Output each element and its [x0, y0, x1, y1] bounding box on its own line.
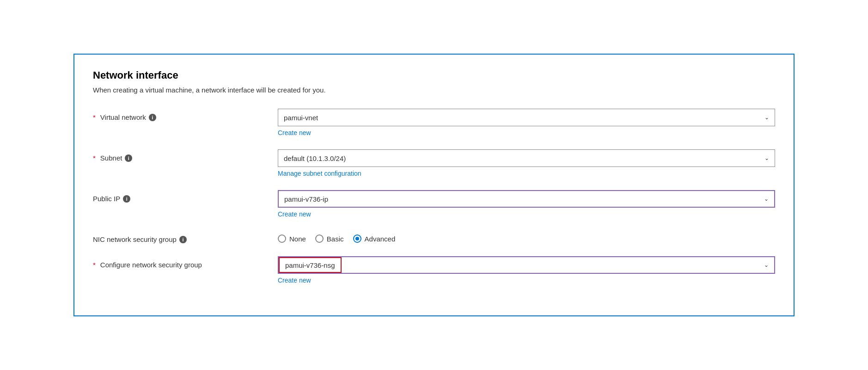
public-ip-label: Public IP i: [93, 190, 269, 203]
radio-advanced-circle: [353, 234, 361, 243]
radio-basic-circle: [315, 234, 324, 243]
radio-none-label: None: [289, 235, 306, 243]
subnet-chevron-icon: ⌄: [764, 155, 769, 161]
configure-nsg-chevron-icon: ⌄: [764, 262, 769, 268]
radio-none-circle: [278, 234, 286, 243]
subnet-label: * Subnet i: [93, 149, 269, 162]
nic-nsg-info-icon[interactable]: i: [179, 236, 187, 243]
radio-advanced[interactable]: Advanced: [353, 234, 396, 243]
subnet-label-text: Subnet: [100, 154, 122, 162]
configure-nsg-label: * Configure network security group: [93, 256, 269, 269]
subnet-manage-link[interactable]: Manage subnet configuration: [278, 170, 775, 177]
virtual-network-control: pamui-vnet ⌄ Create new: [278, 109, 775, 136]
public-ip-value: pamui-v736-ip: [284, 195, 760, 203]
required-star-vnet: *: [93, 113, 96, 121]
subnet-dropdown[interactable]: default (10.1.3.0/24) ⌄: [278, 149, 775, 167]
nic-nsg-label-text: NIC network security group: [93, 235, 177, 243]
radio-none[interactable]: None: [278, 234, 306, 243]
nic-nsg-label: NIC network security group i: [93, 231, 269, 243]
panel-title: Network interface: [93, 69, 775, 81]
virtual-network-dropdown[interactable]: pamui-vnet ⌄: [278, 109, 775, 126]
public-ip-chevron-icon: ⌄: [764, 196, 769, 202]
configure-nsg-control: pamui-v736-nsg ⌄ Create new: [278, 256, 775, 284]
virtual-network-chevron-icon: ⌄: [764, 114, 769, 121]
virtual-network-label-text: Virtual network: [100, 113, 146, 121]
subnet-row: * Subnet i default (10.1.3.0/24) ⌄ Manag…: [93, 149, 775, 177]
radio-basic[interactable]: Basic: [315, 234, 344, 243]
radio-advanced-label: Advanced: [365, 235, 396, 243]
public-ip-label-text: Public IP: [93, 195, 120, 203]
nic-nsg-radio-group: None Basic Advanced: [278, 231, 775, 243]
public-ip-create-link[interactable]: Create new: [278, 210, 775, 218]
network-interface-panel: Network interface When creating a virtua…: [73, 54, 795, 316]
virtual-network-row: * Virtual network i pamui-vnet ⌄ Create …: [93, 109, 775, 136]
public-ip-dropdown[interactable]: pamui-v736-ip ⌄: [278, 190, 775, 208]
configure-nsg-create-link[interactable]: Create new: [278, 277, 775, 284]
radio-basic-label: Basic: [327, 235, 344, 243]
virtual-network-label: * Virtual network i: [93, 109, 269, 121]
configure-nsg-dropdown[interactable]: pamui-v736-nsg ⌄: [278, 256, 775, 274]
configure-nsg-row: * Configure network security group pamui…: [93, 256, 775, 284]
subnet-value: default (10.1.3.0/24): [284, 154, 761, 162]
nic-nsg-row: NIC network security group i None Basic …: [93, 231, 775, 243]
configure-nsg-chevron-area: ⌄: [342, 262, 774, 268]
required-star-subnet: *: [93, 154, 96, 162]
nic-nsg-control: None Basic Advanced: [278, 231, 775, 243]
public-ip-info-icon[interactable]: i: [123, 195, 130, 203]
configure-nsg-label-text: Configure network security group: [100, 261, 202, 269]
virtual-network-create-link[interactable]: Create new: [278, 129, 775, 136]
virtual-network-info-icon[interactable]: i: [149, 114, 156, 121]
virtual-network-value: pamui-vnet: [284, 114, 761, 122]
required-star-nsg: *: [93, 261, 96, 269]
subnet-info-icon[interactable]: i: [125, 154, 132, 162]
public-ip-control: pamui-v736-ip ⌄ Create new: [278, 190, 775, 218]
configure-nsg-value-box: pamui-v736-nsg: [279, 257, 342, 273]
panel-description: When creating a virtual machine, a netwo…: [93, 86, 775, 94]
public-ip-row: Public IP i pamui-v736-ip ⌄ Create new: [93, 190, 775, 218]
subnet-control: default (10.1.3.0/24) ⌄ Manage subnet co…: [278, 149, 775, 177]
configure-nsg-value: pamui-v736-nsg: [285, 261, 335, 269]
